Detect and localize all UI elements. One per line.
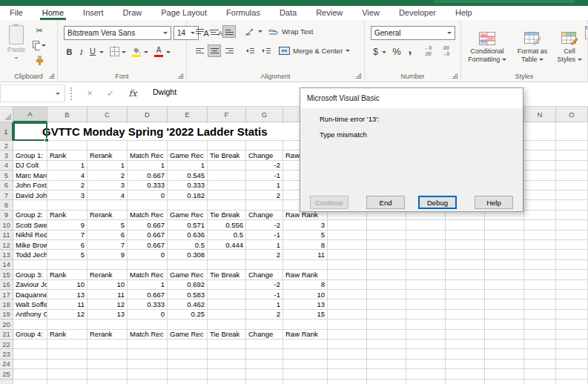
cell-L19[interactable]	[446, 310, 485, 320]
cell-F25[interactable]	[208, 369, 246, 379]
orientation-dropdown[interactable]	[258, 30, 262, 33]
cell-N15[interactable]	[524, 270, 556, 279]
cell-G9[interactable]: Change	[246, 211, 283, 220]
cell-C11[interactable]: 6	[87, 231, 128, 240]
cell-K19[interactable]	[406, 310, 446, 320]
cell-O14[interactable]	[556, 260, 588, 270]
enter-button[interactable]: ✓	[102, 86, 119, 101]
cell-D13[interactable]: 0	[128, 250, 168, 259]
conditional-formatting-button[interactable]: Conditional Formatting	[464, 23, 510, 72]
cell-C25[interactable]	[87, 369, 128, 379]
cell-H17[interactable]: 10	[283, 290, 328, 299]
cell-L25[interactable]	[446, 369, 485, 379]
cell-D12[interactable]: 0.667	[128, 240, 168, 250]
cell-J16[interactable]	[367, 280, 406, 290]
cell-N3[interactable]	[524, 150, 556, 160]
cell-I11[interactable]	[328, 231, 367, 240]
cell-N16[interactable]	[524, 280, 556, 290]
cell-I19[interactable]	[328, 310, 367, 320]
row-header-20[interactable]: 20	[0, 320, 13, 329]
cell-I23[interactable]	[328, 349, 367, 359]
row-header-14[interactable]: 14	[0, 260, 13, 270]
cell-G19[interactable]: 2	[246, 310, 283, 320]
cell-J17[interactable]	[367, 290, 406, 299]
cell-L18[interactable]	[446, 299, 485, 309]
cell-O25[interactable]	[556, 369, 588, 379]
cell-K26[interactable]	[406, 380, 446, 384]
bold-button[interactable]: B	[64, 45, 75, 58]
cell-N9[interactable]	[524, 211, 556, 220]
column-header-A[interactable]: A	[13, 107, 47, 122]
name-box-dropdown[interactable]	[56, 93, 60, 95]
cell-A16[interactable]: Zaviour Joh	[13, 280, 47, 290]
cell-E11[interactable]: 0.636	[168, 231, 208, 240]
cell-J15[interactable]	[367, 270, 406, 279]
currency-button[interactable]: $	[371, 45, 380, 58]
cell-F24[interactable]	[208, 360, 246, 369]
cell-C14[interactable]	[87, 260, 128, 270]
cell-N14[interactable]	[524, 260, 556, 270]
cell-L17[interactable]	[446, 290, 485, 299]
cell-D5[interactable]: 0.667	[128, 171, 168, 180]
wrap-text-button[interactable]: ab Wrap Text	[268, 25, 328, 38]
cell-M19[interactable]	[485, 310, 524, 320]
cell-E22[interactable]	[168, 340, 208, 349]
cell-B6[interactable]: 2	[47, 181, 87, 191]
cell-D23[interactable]	[128, 349, 168, 359]
cell-B21[interactable]: Rank	[47, 330, 87, 340]
cell-K20[interactable]	[406, 320, 446, 329]
row-header-23[interactable]: 23	[0, 349, 13, 359]
cell-J22[interactable]	[367, 340, 406, 349]
cell-D2[interactable]	[128, 141, 168, 150]
cell-C22[interactable]	[87, 340, 128, 349]
cell-B2[interactable]	[47, 141, 87, 150]
cell-M17[interactable]	[485, 290, 524, 299]
cell-B26[interactable]	[47, 380, 87, 384]
cell-D6[interactable]: 0.333	[128, 181, 168, 191]
cell-D14[interactable]	[128, 260, 168, 270]
cell-K11[interactable]	[406, 231, 446, 240]
cell-C12[interactable]: 7	[87, 240, 128, 250]
cell-O11[interactable]	[556, 231, 588, 240]
cell-A15[interactable]: Group 3:	[13, 270, 47, 279]
cell-E5[interactable]: 0.545	[168, 171, 208, 180]
cell-G12[interactable]: 1	[246, 240, 283, 250]
cell-B13[interactable]: 5	[47, 250, 87, 259]
cell-O21[interactable]	[556, 330, 588, 340]
cell-O10[interactable]	[556, 220, 588, 230]
cell-L11[interactable]	[446, 231, 485, 240]
cell-L26[interactable]	[446, 380, 485, 384]
cell-J18[interactable]	[367, 299, 406, 309]
tab-file[interactable]: File	[0, 6, 33, 20]
comma-style-button[interactable]: ,	[406, 43, 414, 56]
cell-J20[interactable]	[367, 320, 406, 329]
cell-H13[interactable]: 11	[283, 250, 328, 259]
cell-H18[interactable]: 13	[283, 299, 328, 309]
cell-A11[interactable]: Nikhil Redd	[13, 231, 47, 240]
cell-E2[interactable]	[168, 141, 208, 150]
cell-E26[interactable]	[168, 380, 208, 384]
cell-I16[interactable]	[328, 280, 367, 290]
name-box[interactable]	[0, 85, 65, 102]
cell-E17[interactable]: 0.583	[168, 290, 208, 299]
cell-O20[interactable]	[556, 320, 588, 329]
cell-F13[interactable]	[208, 250, 246, 259]
cell-L21[interactable]	[446, 330, 485, 340]
cell-A21[interactable]: Group 4:	[13, 330, 47, 340]
cell-M23[interactable]	[485, 349, 524, 359]
cell-G4[interactable]: -2	[246, 161, 283, 171]
cell-A19[interactable]: Anthony C	[13, 310, 47, 320]
cell-F19[interactable]	[208, 310, 246, 320]
cell-O8[interactable]	[556, 200, 588, 210]
cell-H21[interactable]: Raw Rank	[283, 330, 328, 340]
tab-insert[interactable]: Insert	[73, 6, 113, 20]
cell-F26[interactable]	[208, 380, 246, 384]
cell-H19[interactable]: 15	[283, 310, 328, 320]
tab-home[interactable]: Home	[33, 6, 73, 20]
cell-E10[interactable]: 0.571	[168, 220, 208, 230]
cell-B18[interactable]: 11	[47, 299, 87, 309]
column-header-O[interactable]: O	[556, 107, 588, 122]
cell-N22[interactable]	[524, 340, 556, 349]
cell-E12[interactable]: 0.5	[168, 240, 208, 250]
cell-F18[interactable]	[208, 299, 246, 309]
